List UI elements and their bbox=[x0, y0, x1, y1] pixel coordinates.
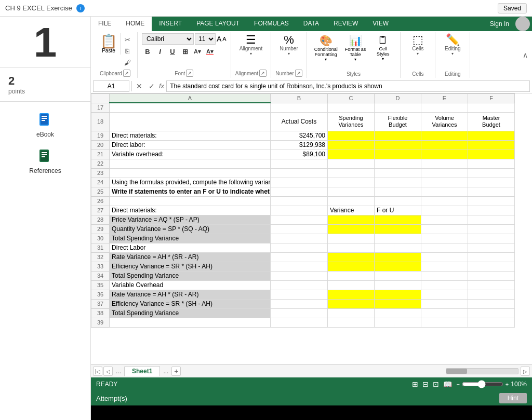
cell-24-c[interactable] bbox=[328, 178, 375, 187]
cell-29-d[interactable] bbox=[375, 224, 421, 234]
number-expand[interactable]: ↗ bbox=[295, 70, 302, 77]
cell-25-c[interactable] bbox=[328, 187, 375, 196]
copy-button[interactable]: ⎘ bbox=[122, 46, 133, 56]
cell-28-f[interactable] bbox=[468, 215, 515, 224]
add-sheet-button[interactable]: + bbox=[171, 367, 181, 376]
cell-31-d[interactable] bbox=[375, 243, 421, 252]
cell-25-b[interactable] bbox=[271, 187, 328, 196]
ebook-button[interactable]: eBook bbox=[9, 106, 82, 142]
cell-33-a[interactable]: Efficiency Variance = SR * (SH - AH) bbox=[110, 262, 271, 271]
font-grow-button[interactable]: A bbox=[217, 35, 221, 43]
cell-18-f[interactable]: Master Budget bbox=[468, 112, 515, 131]
cell-23-e[interactable] bbox=[421, 168, 468, 178]
cell-32-a[interactable]: Rate Variance = AH * (SR - AR) bbox=[110, 252, 271, 262]
hint-button[interactable]: Hint bbox=[499, 393, 527, 403]
tab-data[interactable]: DATA bbox=[296, 17, 326, 31]
cell-28-a[interactable]: Price Variance = AQ * (SP - AP) bbox=[110, 215, 271, 224]
cell-styles-button[interactable]: 🗒 CellStyles ▾ bbox=[370, 33, 396, 62]
sign-in-button[interactable]: Sign In bbox=[490, 20, 509, 28]
tab-view[interactable]: VIEW bbox=[365, 17, 396, 31]
cell-22-c[interactable] bbox=[328, 159, 375, 168]
cell-39-f[interactable] bbox=[468, 318, 515, 327]
col-header-a[interactable]: A bbox=[110, 94, 271, 103]
cell-19-e[interactable] bbox=[421, 131, 468, 140]
col-header-e[interactable]: E bbox=[421, 94, 468, 103]
cell-34-f[interactable] bbox=[468, 271, 515, 280]
cell-23-c[interactable] bbox=[328, 168, 375, 178]
confirm-formula-button[interactable]: ✓ bbox=[147, 82, 157, 90]
cell-21-e[interactable] bbox=[421, 150, 468, 159]
cell-33-d[interactable] bbox=[375, 262, 421, 271]
tab-review[interactable]: REVIEW bbox=[326, 17, 365, 31]
cell-29-a[interactable]: Quantity Variance = SP * (SQ - AQ) bbox=[110, 224, 271, 234]
cell-21-d[interactable] bbox=[375, 150, 421, 159]
cell-34-d[interactable] bbox=[375, 271, 421, 280]
cell-20-b[interactable]: $129,938 bbox=[271, 140, 328, 150]
page-break-view-icon[interactable]: ⊡ bbox=[433, 380, 439, 388]
cell-32-c[interactable] bbox=[328, 252, 375, 262]
cell-38-e[interactable] bbox=[421, 308, 468, 318]
cell-27-f[interactable] bbox=[468, 206, 515, 215]
font-color-button[interactable]: A▾ bbox=[204, 46, 216, 57]
cell-22-a[interactable] bbox=[110, 159, 271, 168]
cell-32-b[interactable] bbox=[271, 252, 328, 262]
cell-29-c[interactable] bbox=[328, 224, 375, 234]
cell-26-b[interactable] bbox=[271, 196, 328, 206]
cell-30-d[interactable] bbox=[375, 234, 421, 243]
alignment-expand[interactable]: ↗ bbox=[259, 70, 267, 77]
cell-28-b[interactable] bbox=[271, 215, 328, 224]
cell-18-e[interactable]: Volume Variances bbox=[421, 112, 468, 131]
cell-32-d[interactable] bbox=[375, 252, 421, 262]
cell-25-f[interactable] bbox=[468, 187, 515, 196]
cell-23-f[interactable] bbox=[468, 168, 515, 178]
font-shrink-button[interactable]: A bbox=[222, 36, 226, 42]
tab-file[interactable]: FILE bbox=[91, 17, 118, 31]
paste-button[interactable]: 📋 Paste bbox=[97, 33, 121, 55]
cell-32-e[interactable] bbox=[421, 252, 468, 262]
cell-17-c[interactable] bbox=[328, 103, 375, 112]
cell-33-f[interactable] bbox=[468, 262, 515, 271]
number-button[interactable]: % Number ▾ bbox=[276, 33, 302, 57]
info-icon[interactable]: i bbox=[76, 4, 85, 12]
cell-38-b[interactable] bbox=[271, 308, 328, 318]
cell-30-a[interactable]: Total Spending Variance bbox=[110, 234, 271, 243]
cell-26-e[interactable] bbox=[421, 196, 468, 206]
horizontal-scrollbar[interactable] bbox=[446, 368, 518, 374]
cell-20-c[interactable] bbox=[328, 140, 375, 150]
cell-25-a[interactable]: Write if statements to enter an F or U t… bbox=[110, 187, 271, 196]
cell-29-f[interactable] bbox=[468, 224, 515, 234]
cell-30-f[interactable] bbox=[468, 234, 515, 243]
cell-24-f[interactable] bbox=[468, 178, 515, 187]
cell-30-b[interactable] bbox=[271, 234, 328, 243]
tab-page-layout[interactable]: PAGE LAYOUT bbox=[189, 17, 247, 31]
cell-22-b[interactable] bbox=[271, 159, 328, 168]
cell-37-b[interactable] bbox=[271, 299, 328, 308]
cell-34-b[interactable] bbox=[271, 271, 328, 280]
sheet-nav-prev[interactable]: ◁ bbox=[103, 367, 113, 376]
cell-24-a[interactable]: Using the formulas provided, compute the… bbox=[110, 178, 271, 187]
cell-39-e[interactable] bbox=[421, 318, 468, 327]
cells-button[interactable]: ⬚ Cells ▾ bbox=[405, 33, 431, 57]
cell-31-e[interactable] bbox=[421, 243, 468, 252]
cell-17-a[interactable] bbox=[110, 103, 271, 112]
cell-27-e[interactable] bbox=[421, 206, 468, 215]
cell-18-a[interactable] bbox=[110, 112, 271, 131]
cell-reference-input[interactable] bbox=[93, 80, 129, 92]
cell-27-c[interactable]: Variance bbox=[328, 206, 375, 215]
cell-36-d[interactable] bbox=[375, 290, 421, 299]
col-header-c[interactable]: C bbox=[328, 94, 375, 103]
col-header-d[interactable]: D bbox=[375, 94, 421, 103]
cell-35-d[interactable] bbox=[375, 280, 421, 290]
formula-input[interactable] bbox=[166, 80, 530, 92]
cell-35-a[interactable]: Variable Overhead bbox=[110, 280, 271, 290]
cell-18-b[interactable]: Actual Costs bbox=[271, 112, 328, 131]
cell-38-f[interactable] bbox=[468, 308, 515, 318]
cell-25-d[interactable] bbox=[375, 187, 421, 196]
bold-button[interactable]: B bbox=[142, 46, 153, 57]
cell-21-a[interactable]: Variable overhead: bbox=[110, 150, 271, 159]
saved-button[interactable]: Saved bbox=[498, 3, 527, 13]
cell-36-e[interactable] bbox=[421, 290, 468, 299]
cell-26-f[interactable] bbox=[468, 196, 515, 206]
scrollbar-thumb[interactable] bbox=[446, 369, 467, 374]
cell-36-a[interactable]: Rate Variance = AH * (SR - AR) bbox=[110, 290, 271, 299]
